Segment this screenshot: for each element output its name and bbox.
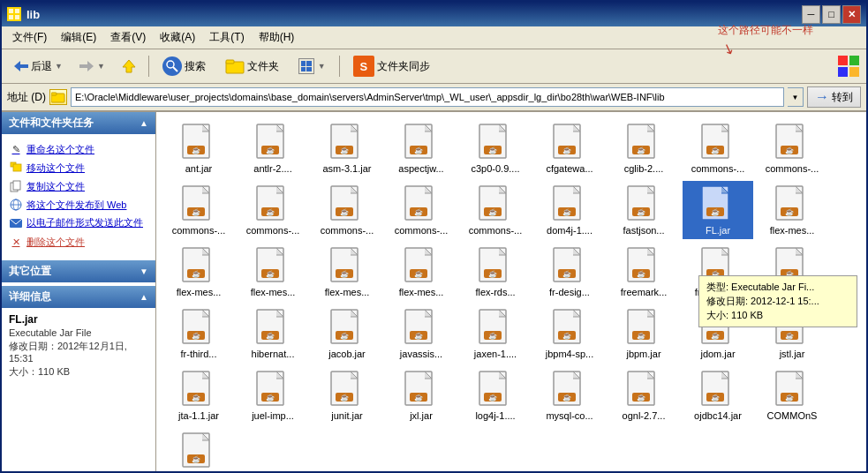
file-item[interactable]: ☕ antlr-2....	[238, 119, 308, 177]
file-label: mysql-co...	[536, 410, 603, 421]
folders-button[interactable]: 文件夹	[217, 54, 287, 79]
file-item[interactable]: ☕ fr-third...	[163, 304, 234, 363]
file-item[interactable]: ☕ ognl-2.7...	[608, 366, 679, 424]
menu-view[interactable]: 查看(V)	[103, 28, 153, 47]
file-item[interactable]: ☕ flex-mes...	[238, 243, 308, 301]
left-panel: 文件和文件夹任务 ▲ ✎ 重命名这个文件 移动这个文件	[2, 112, 156, 471]
address-bar: 地址 (D) ▼ → 转到	[2, 84, 866, 112]
file-tooltip: 类型: Executable Jar Fi... 修改日期: 2012-12-1…	[698, 275, 857, 327]
file-item[interactable]: ☕ log4j-1....	[460, 366, 531, 424]
menu-favorites[interactable]: 收藏(A)	[153, 28, 202, 47]
menu-tools[interactable]: 工具(T)	[202, 28, 251, 47]
file-item[interactable]: ☕ commons-...	[238, 181, 308, 239]
file-label: asm-3.1.jar	[313, 163, 381, 174]
jar-file-icon: ☕	[179, 123, 218, 161]
forward-button[interactable]: ▼	[72, 56, 111, 77]
file-item[interactable]: ☕ juel-imp...	[238, 366, 308, 424]
file-item[interactable]: ☕ COMMOnS	[757, 366, 827, 424]
minimize-button[interactable]: ─	[802, 5, 820, 24]
file-label: commons-...	[388, 225, 455, 236]
views-button[interactable]: ▼	[291, 55, 334, 78]
file-item[interactable]: ☕ ant.jar	[163, 119, 234, 177]
file-item[interactable]: ☕ hibernat...	[238, 304, 308, 363]
svg-rect-20	[13, 164, 21, 171]
file-item[interactable]: ☕ commons-...	[460, 181, 531, 239]
delete-icon: ✕	[9, 235, 23, 249]
svg-text:☕: ☕	[637, 146, 645, 154]
file-item[interactable]: ☕ ojdbc14.jar	[683, 366, 753, 424]
tasks-content: ✎ 重命名这个文件 移动这个文件 复制这个文件	[2, 134, 155, 257]
file-item[interactable]: ☕ flex-mes...	[312, 243, 382, 301]
main-area: 文件和文件夹任务 ▲ ✎ 重命名这个文件 移动这个文件	[2, 112, 866, 471]
file-item[interactable]: ☕ javassis...	[386, 304, 457, 363]
maximize-button[interactable]: □	[822, 5, 841, 24]
file-label: flex-mes...	[239, 287, 306, 297]
file-item[interactable]: ☕ asm-3.1.jar	[312, 119, 382, 177]
file-item[interactable]: ☕ jxl.jar	[386, 366, 457, 424]
sync-button[interactable]: S 文件夹同步	[345, 52, 438, 80]
file-item[interactable]: ☕ commons-...	[386, 181, 457, 239]
file-item[interactable]: ☕ jbpm.jar	[608, 304, 679, 363]
file-item[interactable]: ☕ mysql-co...	[534, 366, 605, 424]
svg-text:☕: ☕	[785, 207, 794, 216]
detail-header[interactable]: 详细信息 ▲	[2, 286, 155, 308]
svg-text:☕: ☕	[192, 393, 200, 402]
menu-file[interactable]: 文件(F)	[5, 28, 54, 47]
file-item[interactable]: ☕ fr-desig...	[534, 243, 605, 301]
file-item[interactable]: ☕ dom4j-1....	[534, 181, 605, 239]
file-label: hibernat...	[239, 349, 306, 359]
file-item[interactable]: ☕ junit.jar	[312, 366, 382, 424]
jar-file-icon: ☕	[550, 123, 589, 161]
file-item[interactable]: ☕ jta-1.1.jar	[163, 366, 234, 424]
file-item[interactable]: ☕ aspectjw...	[386, 119, 457, 177]
svg-text:☕: ☕	[414, 207, 423, 216]
other-header[interactable]: 其它位置 ▼	[2, 260, 155, 282]
file-item[interactable]: ☕ c3p0-0.9....	[460, 119, 531, 177]
menu-help[interactable]: 帮助(H)	[252, 28, 302, 47]
svg-text:☕: ☕	[562, 207, 571, 216]
menu-edit[interactable]: 编辑(E)	[54, 28, 103, 47]
svg-text:☕: ☕	[414, 331, 423, 340]
file-item[interactable]: ☕ cglib-2....	[608, 119, 679, 177]
file-item[interactable]: ☕ cfgatewa...	[534, 119, 605, 177]
jar-file-icon: ☕	[253, 370, 292, 409]
task-copy[interactable]: 复制这个文件	[5, 177, 152, 195]
close-button[interactable]: ✕	[842, 5, 861, 24]
task-rename[interactable]: ✎ 重命名这个文件	[5, 140, 152, 158]
file-item[interactable]: ☕ commons-...	[757, 119, 827, 177]
svg-text:☕: ☕	[192, 207, 200, 216]
svg-text:☕: ☕	[192, 331, 200, 340]
go-button[interactable]: → 转到	[807, 86, 861, 108]
address-dropdown[interactable]: ▼	[788, 87, 804, 107]
jar-file-icon: ☕	[179, 432, 218, 470]
up-button[interactable]	[115, 56, 143, 77]
back-button[interactable]: 后退 ▼	[7, 56, 69, 77]
tasks-header[interactable]: 文件和文件夹任务 ▲	[2, 112, 155, 134]
task-web[interactable]: 将这个文件发布到 Web	[5, 196, 152, 214]
file-label: FL.jar	[684, 225, 751, 236]
file-item[interactable]: ☕ flex-mes...	[386, 243, 457, 301]
file-item[interactable]: ☕ commons-...	[312, 181, 382, 239]
file-item[interactable]: ☕ fastjson...	[608, 181, 679, 239]
file-item[interactable]: ☕ commons-...	[163, 181, 234, 239]
file-item[interactable]: ☕ flex-mes...	[757, 181, 827, 239]
file-item[interactable]: ☕ FL.jar	[683, 181, 753, 239]
file-item[interactable]: ☕ freemark...	[608, 243, 679, 301]
search-button[interactable]: 搜索	[155, 53, 214, 79]
file-item[interactable]: ☕ commons-...	[683, 119, 753, 177]
detail-collapse-icon: ▲	[140, 292, 148, 302]
task-delete[interactable]: ✕ 删除这个文件	[5, 233, 152, 251]
file-label: fr-third...	[165, 349, 232, 359]
task-email[interactable]: 以电子邮件形式发送此文件	[5, 214, 152, 232]
file-item[interactable]: ☕ flex-mes...	[163, 243, 234, 301]
task-move[interactable]: 移动这个文件	[5, 159, 152, 176]
window-controls: ─ □ ✕	[802, 5, 861, 24]
file-label: flex-mes...	[165, 287, 232, 297]
move-icon	[9, 161, 23, 175]
file-item[interactable]: ☕ jbpm4-sp...	[534, 304, 605, 363]
file-item[interactable]: ☕ jacob.jar	[312, 304, 382, 363]
file-item[interactable]: ☕ ...	[163, 428, 234, 471]
address-input[interactable]	[71, 87, 784, 107]
file-item[interactable]: ☕ jaxen-1....	[460, 304, 531, 363]
file-item[interactable]: ☕ flex-rds...	[460, 243, 531, 301]
